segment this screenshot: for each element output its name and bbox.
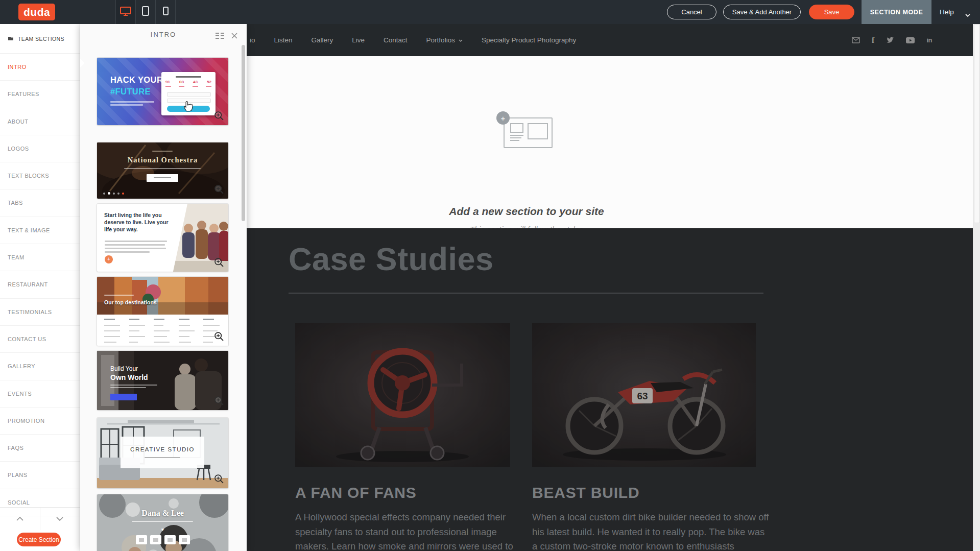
zoom-preview-icon[interactable] xyxy=(213,473,224,484)
nav-item-clipped[interactable]: io xyxy=(250,36,255,44)
sidebar-item-text-blocks[interactable]: TEXT BLOCKS xyxy=(0,162,80,189)
sidebar-item-plans[interactable]: PLANS xyxy=(0,462,80,489)
sidebar-item-intro[interactable]: INTRO xyxy=(0,54,80,81)
sidebar-item-faqs[interactable]: FAQS xyxy=(0,435,80,462)
section-thumbnail-build-your-own-world[interactable]: Build Your Own World xyxy=(97,351,228,410)
text-placeholder xyxy=(105,251,150,253)
panel-scrollbar-thumb[interactable] xyxy=(242,45,245,221)
thumb-title: Our top destinations xyxy=(104,299,157,305)
linkedin-icon[interactable]: in xyxy=(926,36,932,44)
thumb-title-line1: HACK YOUR xyxy=(110,75,163,85)
youtube-icon[interactable] xyxy=(906,37,915,43)
save-button[interactable]: Save xyxy=(809,5,854,19)
sidebar-item-logos[interactable]: LOGOS xyxy=(0,135,80,162)
destinations-table xyxy=(97,315,228,346)
countdown-digit: 52 xyxy=(207,80,211,84)
create-section-button[interactable]: Create Section xyxy=(17,533,61,546)
nav-item-portfolios[interactable]: Portfolios xyxy=(426,36,463,44)
fan-machine-photo xyxy=(295,323,510,467)
sidebar-item-restaurant[interactable]: RESTAURANT xyxy=(0,271,80,298)
nav-item-specialty[interactable]: Specialty Product Photography xyxy=(482,36,576,44)
help-menu[interactable]: Help xyxy=(940,0,954,24)
thumb-title: Start living the life you deserve to liv… xyxy=(104,211,177,233)
countdown-digit: 08 xyxy=(179,80,184,84)
title-card: CREATIVE STUDIO xyxy=(121,437,204,468)
cancel-button[interactable]: Cancel xyxy=(667,5,716,19)
sidebar-header: TEAM SECTIONS xyxy=(0,24,80,54)
thumb-title: Dana & Lee xyxy=(97,509,228,518)
close-icon[interactable] xyxy=(231,32,237,41)
hand-cursor-icon xyxy=(184,100,193,114)
sidebar-item-tabs[interactable]: TABS xyxy=(0,189,80,217)
tablet-view-button[interactable] xyxy=(135,0,155,24)
case-study-card: A FAN OF FANS A Hollywood special effect… xyxy=(295,323,530,551)
save-add-another-button[interactable]: Save & Add Another xyxy=(723,5,801,19)
sections-sidebar: TEAM SECTIONS INTRO FEATURES ABOUT LOGOS… xyxy=(0,24,80,551)
twitter-icon[interactable] xyxy=(886,37,894,44)
text-placeholder xyxy=(176,76,201,78)
sidebar-item-text-image[interactable]: TEXT & IMAGE xyxy=(0,217,80,244)
countdown-boxes xyxy=(97,535,228,544)
thumb-title-line2: Own World xyxy=(110,373,148,381)
social-icons: f in xyxy=(852,24,932,56)
sidebar-item-testimonials[interactable]: TESTIMONIALS xyxy=(0,299,80,326)
desktop-view-button[interactable] xyxy=(115,0,135,24)
sidebar-pager xyxy=(0,507,80,530)
sidebar-header-label: TEAM SECTIONS xyxy=(18,36,64,42)
sidebar-item-team[interactable]: TEAM xyxy=(0,244,80,271)
section-thumbnail-hack-your-future[interactable]: HACK YOUR #FUTURE 91 08 43 52 xyxy=(97,58,228,125)
placeholder-title: Add a new section to your site xyxy=(381,205,672,218)
text-placeholder xyxy=(145,457,180,458)
case-study-heading: A FAN OF FANS xyxy=(295,484,530,501)
countdown-numbers: 91 08 43 52 xyxy=(165,80,211,84)
plus-icon: + xyxy=(105,255,113,263)
input-placeholder xyxy=(167,92,211,97)
countdown-labels xyxy=(165,86,211,87)
zoom-preview-icon[interactable] xyxy=(213,257,224,268)
scroll-down-button[interactable] xyxy=(40,508,80,530)
duda-logo[interactable]: duda xyxy=(18,4,55,20)
zoom-preview-icon[interactable] xyxy=(213,395,224,406)
section-thumbnail-national-orchestra[interactable]: National Orchestra xyxy=(97,142,228,199)
page-scrollbar[interactable] xyxy=(973,24,980,551)
sidebar-item-features[interactable]: FEATURES xyxy=(0,81,80,108)
facebook-icon[interactable]: f xyxy=(872,35,875,45)
section-thumbnail-creative-studio[interactable]: CREATIVE STUDIO xyxy=(97,418,228,488)
chevron-down-icon[interactable] xyxy=(965,10,970,19)
sidebar-item-promotion[interactable]: PROMOTION xyxy=(0,408,80,435)
dirt-bike-photo: 63 xyxy=(532,323,756,467)
section-thumbnail-top-destinations[interactable]: Our top destinations xyxy=(97,277,228,346)
sidebar-item-events[interactable]: EVENTS xyxy=(0,380,80,408)
text-placeholder xyxy=(110,385,157,386)
email-icon[interactable] xyxy=(852,37,860,43)
case-study-card: 63 BEAST BUILD When a local custom dirt … xyxy=(532,323,772,551)
zoom-preview-icon[interactable] xyxy=(213,184,224,195)
section-thumbnail-dana-and-lee[interactable]: Dana & Lee ♥ xyxy=(97,494,228,551)
sidebar-item-contact-us[interactable]: CONTACT US xyxy=(0,326,80,353)
site-canvas: io Listen Gallery Live Contact Portfolio… xyxy=(247,24,973,551)
zoom-preview-icon[interactable] xyxy=(213,110,224,121)
countdown-signup-card: 91 08 43 52 xyxy=(161,72,216,115)
text-placeholder xyxy=(104,295,134,296)
text-placeholder xyxy=(105,248,166,249)
grid-view-icon[interactable] xyxy=(216,32,224,41)
text-placeholder xyxy=(110,387,146,388)
scroll-up-button[interactable] xyxy=(0,508,40,530)
page-scrollbar-thumb[interactable] xyxy=(974,24,980,223)
nav-item-live[interactable]: Live xyxy=(352,36,365,44)
chevron-down-icon xyxy=(459,36,463,44)
nav-item-listen[interactable]: Listen xyxy=(274,36,293,44)
thumb-title-line2: #FUTURE xyxy=(110,87,151,97)
countdown-digit: 91 xyxy=(165,80,170,84)
mobile-view-button[interactable] xyxy=(155,0,176,24)
section-mode-badge: SECTION MODE xyxy=(862,0,931,24)
nav-item-contact[interactable]: Contact xyxy=(384,36,408,44)
text-placeholder xyxy=(105,241,167,242)
nav-item-gallery[interactable]: Gallery xyxy=(312,36,333,44)
sidebar-item-gallery[interactable]: GALLERY xyxy=(0,353,80,380)
add-section-dropzone[interactable]: + Add a new section to your site This se… xyxy=(247,56,973,228)
sidebar-item-about[interactable]: ABOUT xyxy=(0,108,80,135)
panel-header: INTRO xyxy=(80,24,247,45)
zoom-preview-icon[interactable] xyxy=(213,331,224,342)
section-thumbnail-start-living[interactable]: Start living the life you deserve to liv… xyxy=(97,204,228,272)
